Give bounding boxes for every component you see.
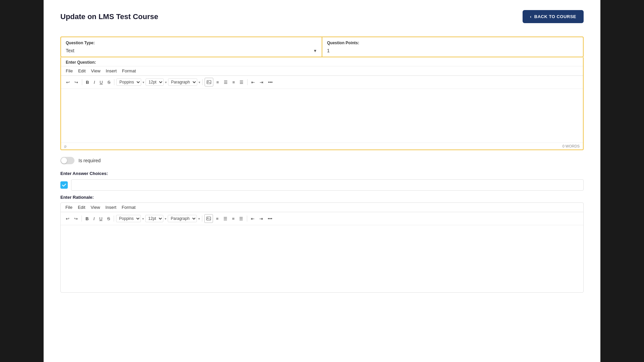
rationale-menu-edit[interactable]: Edit — [78, 205, 85, 210]
rationale-media-btn[interactable] — [204, 214, 213, 223]
enter-rationale-label: Enter Rationale: — [60, 195, 584, 200]
font-chevron-icon: ▾ — [143, 80, 144, 84]
svg-rect-2 — [207, 217, 211, 220]
more-options-button[interactable]: ••• — [266, 79, 274, 86]
rationale-menu-format[interactable]: Format — [122, 205, 136, 210]
editor-footer-p: p — [64, 144, 66, 148]
is-required-row: Is required — [60, 156, 584, 166]
rationale-more-options-button[interactable]: ••• — [266, 215, 274, 222]
rationale-separator-3 — [202, 216, 202, 222]
italic-button[interactable]: I — [92, 79, 97, 86]
bold-button[interactable]: B — [84, 79, 91, 86]
rationale-align-center-button[interactable]: ☰ — [222, 216, 229, 222]
undo-button[interactable]: ↩ — [64, 79, 71, 86]
answer-choices-section: Enter Answer Choices: — [60, 171, 584, 191]
enter-question-label: Enter Question: — [61, 57, 583, 66]
question-editor-toolbar: ↩ ↪ B I U S Poppins ▾ 12pt ▾ Paragraph — [61, 76, 583, 89]
is-required-label: Is required — [78, 158, 101, 163]
menu-file[interactable]: File — [66, 68, 73, 73]
rationale-indent-decrease-button[interactable]: ⇤ — [249, 215, 256, 222]
media-icon-btn[interactable] — [205, 78, 213, 86]
question-type-select[interactable]: Text Multiple Choice True/False Short An… — [66, 48, 317, 53]
underline-button[interactable]: U — [98, 79, 104, 86]
font-select[interactable]: Poppins — [116, 78, 141, 86]
toolbar-separator-1 — [82, 79, 82, 85]
header: Update on LMS Test Course ‹ BACK TO COUR… — [60, 7, 584, 26]
is-required-toggle[interactable] — [60, 157, 74, 164]
style-select[interactable]: Paragraph — [168, 78, 197, 86]
toolbar-separator-4 — [247, 79, 248, 85]
rationale-editor-container: File Edit View Insert Format ↩ ↪ B I U S… — [60, 202, 584, 293]
rationale-menu-insert[interactable]: Insert — [105, 205, 116, 210]
rationale-align-left-button[interactable]: ≡ — [214, 216, 220, 222]
menu-insert[interactable]: Insert — [106, 68, 117, 73]
rationale-size-select[interactable]: 12pt — [145, 215, 163, 222]
question-type-label: Question Type: — [66, 41, 317, 45]
question-editor-footer: p 0 WORDS — [61, 142, 583, 149]
rationale-underline-button[interactable]: U — [98, 215, 104, 222]
rationale-menu-view[interactable]: View — [91, 205, 100, 210]
question-points-label: Question Points: — [327, 41, 578, 45]
media-icon — [207, 80, 211, 84]
enter-rationale-section: Enter Rationale: File Edit View Insert F… — [60, 195, 584, 293]
align-center-button[interactable]: ☰ — [222, 79, 229, 85]
rationale-size-chevron: ▾ — [165, 217, 166, 221]
question-points-section: Question Points: — [322, 37, 583, 57]
align-justify-button[interactable]: ☰ — [238, 79, 245, 85]
align-right-button[interactable]: ≡ — [231, 79, 237, 85]
word-count: 0 WORDS — [562, 144, 580, 148]
rationale-style-select[interactable]: Paragraph — [168, 215, 197, 222]
rationale-menu-file[interactable]: File — [65, 205, 72, 210]
redo-button[interactable]: ↪ — [73, 79, 80, 86]
back-chevron-icon: ‹ — [530, 14, 532, 19]
strikethrough-button[interactable]: S — [106, 79, 112, 86]
menu-format[interactable]: Format — [122, 68, 136, 73]
align-left-button[interactable]: ≡ — [215, 79, 221, 85]
question-type-section: Question Type: Text Multiple Choice True… — [61, 37, 322, 57]
answer-choices-label: Enter Answer Choices: — [60, 171, 584, 176]
rationale-editor-content[interactable] — [61, 225, 583, 292]
indent-increase-button[interactable]: ⇥ — [258, 79, 265, 86]
rationale-media-icon — [206, 216, 211, 221]
answer-choice-row — [60, 179, 584, 191]
checkmark-icon — [62, 183, 66, 187]
question-meta-row: Question Type: Text Multiple Choice True… — [60, 37, 584, 57]
rationale-style-chevron: ▾ — [198, 217, 200, 221]
page-wrapper: Update on LMS Test Course ‹ BACK TO COUR… — [44, 0, 600, 362]
question-editor-menubar: File Edit View Insert Format — [61, 66, 583, 76]
rationale-separator-4 — [247, 216, 247, 222]
rationale-align-right-button[interactable]: ≡ — [230, 216, 236, 222]
toggle-knob — [61, 158, 67, 164]
rationale-italic-button[interactable]: I — [92, 215, 96, 222]
rationale-editor-toolbar: ↩ ↪ B I U S Poppins ▾ 12pt ▾ Paragraph — [61, 212, 583, 225]
toolbar-separator-2 — [114, 79, 114, 85]
size-chevron-icon: ▾ — [165, 80, 167, 84]
question-type-select-wrapper: Text Multiple Choice True/False Short An… — [66, 48, 317, 53]
question-editor-wrapper: File Edit View Insert Format ↩ ↪ B I U S… — [61, 66, 583, 149]
rationale-undo-button[interactable]: ↩ — [64, 215, 71, 222]
toolbar-separator-3 — [202, 79, 203, 85]
question-points-input[interactable] — [327, 48, 578, 53]
rationale-redo-button[interactable]: ↪ — [72, 215, 79, 222]
svg-rect-0 — [207, 80, 211, 84]
rationale-separator-2 — [114, 216, 114, 222]
back-button-label: BACK TO COURSE — [534, 14, 576, 19]
enter-question-section: Enter Question: File Edit View Insert Fo… — [60, 57, 584, 150]
rationale-font-select[interactable]: Poppins — [116, 215, 141, 222]
rationale-editor-menubar: File Edit View Insert Format — [61, 203, 583, 212]
rationale-align-justify-button[interactable]: ☰ — [237, 216, 245, 222]
indent-decrease-button[interactable]: ⇤ — [250, 79, 257, 86]
rationale-separator-1 — [82, 216, 82, 222]
rationale-indent-increase-button[interactable]: ⇥ — [258, 215, 265, 222]
rationale-font-chevron: ▾ — [142, 217, 144, 221]
answer-checkbox[interactable] — [60, 181, 68, 189]
style-chevron-icon: ▾ — [199, 80, 200, 84]
rationale-bold-button[interactable]: B — [84, 215, 90, 222]
menu-edit[interactable]: Edit — [78, 68, 86, 73]
font-size-select[interactable]: 12pt — [146, 78, 164, 86]
menu-view[interactable]: View — [91, 68, 100, 73]
back-to-course-button[interactable]: ‹ BACK TO COURSE — [523, 10, 584, 23]
question-editor-content[interactable] — [61, 89, 583, 142]
answer-choice-input[interactable] — [71, 179, 584, 191]
rationale-strikethrough-button[interactable]: S — [105, 215, 112, 222]
